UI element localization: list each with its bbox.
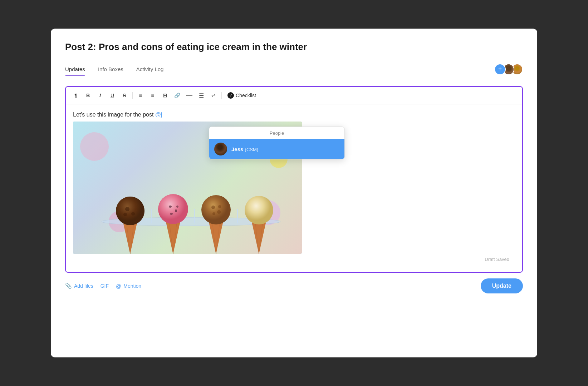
footer-actions: 📎 Add files GIF @ Mention [65,283,141,289]
unordered-list-button[interactable]: ≡ [148,90,158,100]
post-title: Post 2: Pros and cons of eating ice crea… [65,41,523,53]
paperclip-icon: 📎 [65,283,72,289]
svg-point-24 [211,206,215,209]
italic-button[interactable]: I [95,90,105,100]
at-icon: @ [116,283,121,289]
editor-body[interactable]: Let's use this image for the post @j Peo… [66,104,522,272]
svg-point-27 [218,205,221,208]
dropdown-header: People [209,127,344,139]
mention-dropdown: People Jess (CSM) [209,127,345,159]
arrows-button[interactable]: ⇌ [209,90,219,100]
svg-marker-19 [209,222,223,254]
add-files-button[interactable]: 📎 Add files [65,283,93,289]
svg-point-18 [176,206,178,208]
avatar-group: + [494,64,523,75]
checklist-label: Checklist [236,93,256,98]
svg-point-6 [116,197,144,225]
svg-point-32 [245,196,273,224]
add-member-button[interactable]: + [494,64,506,75]
svg-marker-1 [123,222,137,254]
update-button[interactable]: Update [481,278,523,293]
checklist-button[interactable]: ✓ Checklist [225,91,259,100]
gif-label: GIF [101,283,109,289]
hr-button[interactable]: — [184,90,194,100]
tab-activity-log[interactable]: Activity Log [136,63,164,76]
svg-point-9 [123,213,127,216]
paragraph-button[interactable]: ¶ [71,90,81,100]
highlight-letter: J [231,146,234,152]
align-button[interactable]: ☰ [196,90,206,100]
dropdown-role-jess: (CSM) [245,147,259,152]
strikethrough-button[interactable]: S [119,90,129,100]
svg-point-26 [212,212,215,215]
tab-updates[interactable]: Updates [65,63,85,76]
tab-info-boxes[interactable]: Info Boxes [98,63,123,76]
tabs-row: Updates Info Boxes Activity Log + [65,63,523,76]
svg-point-23 [201,195,231,224]
mention-button[interactable]: @ Mention [116,283,141,289]
checklist-icon: ✓ [227,92,234,99]
svg-point-15 [169,206,172,208]
table-button[interactable]: ⊞ [160,90,170,100]
dropdown-item-jess[interactable]: Jess (CSM) [209,139,344,159]
add-files-label: Add files [74,283,93,289]
editor-toolbar: ¶ B I U S ≡ ≡ ⊞ 🔗 — ☰ ⇌ ✓ Checklist [66,87,522,104]
dropdown-arrow [227,127,234,127]
dropdown-name-jess: Jess (CSM) [231,146,258,152]
gif-button[interactable]: GIF [101,283,109,289]
bold-button[interactable]: B [83,90,93,100]
toolbar-divider-2 [221,92,222,99]
ordered-list-button[interactable]: ≡ [136,90,146,100]
toolbar-divider-1 [132,92,133,99]
svg-point-17 [170,213,173,215]
editor-content-text: Let's use this image for the post @j [73,112,515,118]
editor-footer: 📎 Add files GIF @ Mention Update [65,273,523,293]
mention-partial: @j [155,112,162,118]
link-button[interactable]: 🔗 [172,90,182,100]
editor-container: ¶ B I U S ≡ ≡ ⊞ 🔗 — ☰ ⇌ ✓ Checklist Let'… [65,86,523,273]
svg-point-16 [175,209,177,212]
mention-label: Mention [123,283,141,289]
draft-saved-label: Draft Saved [73,254,515,266]
dropdown-avatar-jess [214,143,227,155]
main-card: Post 2: Pros and cons of eating ice crea… [51,29,537,357]
dropdown-avatar-inner [214,143,227,155]
underline-button[interactable]: U [107,90,117,100]
svg-point-8 [131,212,135,216]
svg-point-25 [217,210,221,214]
svg-marker-28 [252,222,266,254]
text-before-mention: Let's use this image for the post [73,112,155,118]
svg-point-14 [158,194,188,224]
svg-marker-10 [166,222,180,254]
svg-point-7 [125,207,129,211]
